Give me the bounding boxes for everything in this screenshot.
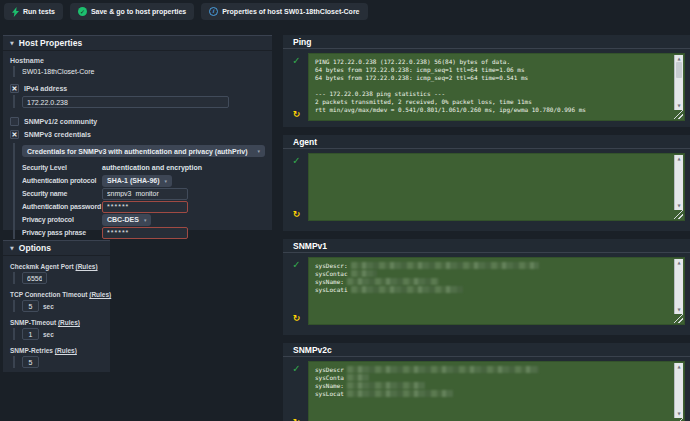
scrollbar-thumb[interactable] [676, 62, 682, 78]
check-icon: ✓ [292, 155, 300, 166]
resize-grip-icon[interactable] [674, 110, 683, 119]
snmpv2c-panel: SNMPv2c ✓ ↻ sysDescr sysConta sysName: s… [283, 343, 690, 421]
console-line: sysDescr [315, 366, 668, 374]
snmpv1-console[interactable]: sysDescr: sysContac sysName: sysLocati ▲… [308, 257, 685, 325]
redacted-text [347, 382, 425, 389]
save-button[interactable]: ✓ Save & go to host properties [70, 3, 194, 20]
redacted-text [347, 366, 539, 373]
test-results-column: Ping ✓ ↻ PING 172.22.0.238 (172.22.0.238… [283, 35, 690, 421]
scrollbar[interactable]: ▲ ▼ [674, 55, 683, 110]
run-tests-button[interactable]: Run tests [4, 3, 63, 20]
tcp-timeout-label: TCP Connection Timeout (Rules) [10, 291, 103, 298]
privacy-pass-input[interactable] [102, 227, 188, 239]
redacted-text [351, 270, 377, 277]
save-label: Save & go to host properties [91, 8, 186, 15]
host-properties-label: Properties of host SW01-18thCloset-Core [222, 8, 359, 15]
reload-icon[interactable]: ↻ [293, 313, 301, 323]
options-header[interactable]: ▼ Options [3, 241, 110, 256]
scroll-up-icon[interactable]: ▲ [677, 155, 680, 163]
ping-panel-title: Ping [283, 35, 690, 49]
lightning-icon [12, 7, 19, 17]
snmp-retries-input[interactable] [22, 356, 39, 368]
ipv4-checkbox[interactable]: ✕ [10, 84, 19, 93]
agent-console[interactable]: ▲ ▼ [308, 153, 685, 221]
ping-console[interactable]: PING 172.22.0.238 (172.22.0.238) 56(84) … [308, 53, 685, 121]
hostname-label: Hostname [10, 57, 265, 64]
scroll-up-icon[interactable]: ▲ [677, 363, 680, 371]
rules-link[interactable]: (Rules) [58, 319, 80, 326]
redacted-text [351, 262, 539, 269]
console-line: sysLocat [315, 390, 668, 398]
console-line: rtt min/avg/max/mdev = 0.541/0.801/1.061… [315, 106, 668, 114]
check-icon: ✓ [292, 363, 300, 374]
options-section: ▼ Options Checkmk Agent Port (Rules) TCP… [3, 240, 110, 372]
reload-icon[interactable]: ↻ [293, 417, 301, 421]
privacy-protocol-label: Privacy protocol [22, 216, 102, 223]
security-name-input[interactable] [102, 188, 188, 200]
auth-protocol-label: Authentication protocol [22, 177, 102, 184]
rules-link[interactable]: (Rules) [55, 347, 77, 354]
host-properties-section: ▼ Host Properties Hostname SW01-18thClos… [3, 35, 272, 230]
console-line: sysConta [315, 374, 668, 382]
check-icon: ✓ [292, 55, 300, 66]
rules-link[interactable]: (Rules) [76, 263, 98, 270]
host-properties-header[interactable]: ▼ Host Properties [3, 36, 272, 51]
auth-protocol-select[interactable]: SHA-1 (SHA-96) ▾ [102, 175, 172, 187]
run-tests-label: Run tests [23, 8, 55, 15]
tcp-timeout-unit: sec [43, 303, 54, 310]
snmp-community-checkbox[interactable] [10, 117, 19, 126]
scroll-down-icon[interactable]: ▼ [677, 202, 680, 210]
agent-panel: Agent ✓ ↻ ▲ ▼ [283, 135, 690, 231]
console-line: 64 bytes from 172.22.0.238: icmp_seq=2 t… [315, 74, 668, 82]
options-content: Checkmk Agent Port (Rules) TCP Connectio… [3, 256, 110, 368]
snmpv3-checkbox-row[interactable]: ✕ SNMPv3 credentials [10, 130, 265, 139]
privacy-protocol-select[interactable]: CBC-DES ▾ [102, 214, 151, 226]
security-level-value: authentication and encryption [102, 164, 265, 171]
toolbar: Run tests ✓ Save & go to host properties… [0, 0, 690, 24]
console-line: PING 172.22.0.238 (172.22.0.238) 56(84) … [315, 58, 668, 66]
snmp-community-label: SNMPv1/2 community [24, 118, 97, 125]
privacy-protocol-select-value: CBC-DES [107, 216, 139, 223]
redacted-text [347, 390, 453, 397]
resize-grip-icon[interactable] [674, 210, 683, 219]
scrollbar[interactable]: ▲ ▼ [674, 259, 683, 314]
resize-grip-icon[interactable] [674, 314, 683, 323]
tcp-timeout-input[interactable] [22, 300, 39, 312]
collapse-icon: ▼ [10, 40, 14, 46]
console-line: sysDescr: [315, 262, 668, 270]
snmpv3-checkbox[interactable]: ✕ [10, 130, 19, 139]
snmpv3-credentials-select[interactable]: Credentials for SNMPv3 with authenticati… [22, 145, 265, 157]
agent-port-input[interactable] [22, 272, 47, 284]
ping-panel: Ping ✓ ↻ PING 172.22.0.238 (172.22.0.238… [283, 35, 690, 127]
console-line: sysName: [315, 278, 668, 286]
options-title: Options [19, 243, 51, 253]
ipv4-checkbox-row[interactable]: ✕ IPv4 address [10, 84, 265, 93]
agent-port-label: Checkmk Agent Port (Rules) [10, 263, 103, 270]
snmp-timeout-input[interactable] [22, 328, 39, 340]
ipv4-input[interactable] [22, 96, 229, 108]
scroll-down-icon[interactable]: ▼ [677, 410, 680, 418]
chevron-down-icon: ▾ [257, 148, 260, 154]
host-properties-content: Hostname SW01-18thCloset-Core ✕ IPv4 add… [3, 51, 272, 239]
hostname-value: SW01-18thCloset-Core [22, 66, 265, 77]
scrollbar[interactable]: ▲ ▼ [674, 363, 683, 418]
auth-password-input[interactable] [102, 201, 188, 213]
security-level-label: Security Level [22, 164, 102, 171]
snmpv2c-console[interactable]: sysDescr sysConta sysName: sysLocat ▲ ▼ [308, 361, 685, 421]
reload-icon[interactable]: ↻ [293, 109, 301, 119]
scrollbar[interactable]: ▲ ▼ [674, 155, 683, 210]
console-line: sysLocati [315, 286, 668, 294]
snmp-community-checkbox-row[interactable]: SNMPv1/2 community [10, 117, 265, 126]
reload-icon[interactable]: ↻ [293, 209, 301, 219]
scroll-up-icon[interactable]: ▲ [677, 259, 680, 267]
rules-link[interactable]: (Rules) [89, 291, 111, 298]
snmp-retries-label: SNMP-Retries (Rules) [10, 347, 103, 354]
scroll-down-icon[interactable]: ▼ [677, 306, 680, 314]
auth-password-label: Authentication password [22, 203, 102, 210]
auth-protocol-select-value: SHA-1 (SHA-96) [107, 177, 160, 184]
collapse-icon: ▼ [10, 245, 14, 251]
snmp-timeout-label: SNMP-Timeout (Rules) [10, 319, 103, 326]
host-properties-button[interactable]: i Properties of host SW01-18thCloset-Cor… [201, 3, 367, 20]
privacy-pass-label: Privacy pass phrase [22, 229, 102, 236]
scroll-down-icon[interactable]: ▼ [677, 102, 680, 110]
